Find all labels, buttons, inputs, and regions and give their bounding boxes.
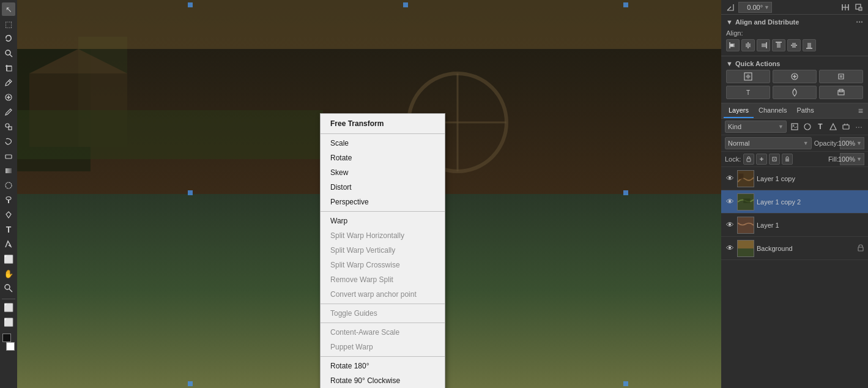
tool-shape[interactable]: ⬜ bbox=[2, 252, 15, 266]
qa-btn-6[interactable] bbox=[819, 86, 863, 99]
tool-quick-select[interactable] bbox=[2, 47, 15, 60]
transform-icon bbox=[853, 2, 864, 13]
layer-visibility-layer1copy2[interactable]: 👁 bbox=[725, 197, 735, 206]
tool-spot-healing[interactable] bbox=[2, 91, 15, 104]
menu-toggle-guides[interactable]: Toggle Guides bbox=[321, 306, 445, 321]
kind-icon-type[interactable]: T bbox=[815, 121, 826, 132]
layer-visibility-layer1[interactable]: 👁 bbox=[725, 220, 735, 229]
qa-btn-3[interactable] bbox=[819, 70, 863, 83]
tab-channels[interactable]: Channels bbox=[754, 103, 792, 118]
tool-text[interactable]: T bbox=[2, 223, 15, 236]
menu-content-aware-scale[interactable]: Content-Aware Scale bbox=[321, 325, 445, 340]
svg-rect-30 bbox=[188, 381, 193, 386]
kind-icon-adjustment[interactable] bbox=[802, 121, 813, 132]
panel-menu-icon[interactable]: ≡ bbox=[856, 103, 866, 118]
kind-icon-image[interactable] bbox=[789, 121, 800, 132]
tab-layers[interactable]: Layers bbox=[724, 103, 754, 118]
tool-gradient[interactable] bbox=[2, 164, 15, 177]
foreground-color-swatch[interactable] bbox=[2, 334, 11, 342]
tool-extra[interactable]: ⬜ bbox=[2, 315, 15, 329]
layer-name-background: Background bbox=[757, 245, 855, 252]
qa-btn-1[interactable] bbox=[726, 70, 770, 83]
tool-rect-marquee2[interactable]: ⬜ bbox=[2, 300, 15, 314]
align-middle-btn[interactable] bbox=[787, 39, 801, 51]
svg-rect-76 bbox=[743, 198, 750, 203]
distribute-icon bbox=[840, 2, 851, 13]
lock-pixels-btn[interactable] bbox=[743, 154, 754, 165]
tool-hand[interactable]: ✋ bbox=[2, 267, 15, 280]
layer-row-layer1copy[interactable]: 👁 Layer 1 copy bbox=[721, 167, 868, 190]
quick-actions-grid: T bbox=[726, 70, 863, 99]
color-swatches[interactable] bbox=[0, 334, 17, 351]
tool-zoom[interactable] bbox=[2, 282, 15, 295]
layer-visibility-layer1copy[interactable]: 👁 bbox=[725, 174, 735, 183]
menu-convert-warp[interactable]: Convert warp anchor point bbox=[321, 287, 445, 302]
menu-warp[interactable]: Warp bbox=[321, 214, 445, 228]
align-bottom-btn[interactable] bbox=[803, 39, 816, 51]
align-section-header: ▼ Align and Distribute ··· bbox=[726, 17, 863, 27]
menu-free-transform[interactable]: Free Transform bbox=[321, 116, 445, 132]
opacity-input[interactable]: 100% ▼ bbox=[840, 137, 864, 149]
layer-row-layer1[interactable]: 👁 Layer 1 bbox=[721, 214, 868, 237]
kind-dropdown[interactable]: Kind ▼ bbox=[725, 121, 787, 133]
lock-icons bbox=[743, 154, 793, 165]
tool-clone-stamp[interactable] bbox=[2, 120, 15, 133]
angle-input[interactable]: 0.00° ▼ bbox=[738, 2, 772, 13]
menu-perspective[interactable]: Perspective bbox=[321, 195, 445, 209]
lock-position-btn[interactable] bbox=[756, 154, 767, 165]
align-center-h-btn[interactable] bbox=[741, 39, 755, 51]
svg-rect-54 bbox=[807, 43, 811, 48]
tool-lasso[interactable] bbox=[2, 32, 15, 45]
align-right-btn[interactable] bbox=[757, 39, 770, 51]
blend-mode-dropdown[interactable]: Normal ▼ bbox=[725, 137, 812, 149]
svg-rect-2 bbox=[7, 66, 12, 71]
align-more-icon[interactable]: ··· bbox=[856, 17, 863, 27]
menu-skew[interactable]: Skew bbox=[321, 165, 445, 180]
kind-icon-smart[interactable] bbox=[840, 121, 851, 132]
tool-brush[interactable] bbox=[2, 105, 15, 119]
menu-scale[interactable]: Scale bbox=[321, 136, 445, 151]
left-toolbar: ↖ ⬚ bbox=[0, 0, 17, 388]
tool-crop[interactable] bbox=[2, 61, 15, 75]
layer-row-layer1copy2[interactable]: 👁 Layer 1 copy 2 bbox=[721, 190, 868, 214]
tool-marquee[interactable]: ⬚ bbox=[2, 17, 15, 31]
tab-paths[interactable]: Paths bbox=[792, 103, 819, 118]
menu-rotate-180[interactable]: Rotate 180° bbox=[321, 359, 445, 373]
kind-more-icon[interactable]: ··· bbox=[853, 121, 864, 132]
qa-btn-4[interactable]: T bbox=[726, 86, 770, 99]
menu-rotate[interactable]: Rotate bbox=[321, 151, 445, 165]
opacity-label: Opacity: bbox=[814, 140, 839, 147]
tool-blur[interactable] bbox=[2, 179, 15, 192]
align-top-btn[interactable] bbox=[772, 39, 785, 51]
context-menu: Free Transform Scale Rotate Skew Distort… bbox=[320, 113, 445, 388]
menu-distort[interactable]: Distort bbox=[321, 180, 445, 195]
menu-split-warp-h[interactable]: Split Warp Horizontally bbox=[321, 228, 445, 243]
quick-actions-section: ▼ Quick Actions bbox=[721, 56, 868, 103]
lock-all-btn[interactable] bbox=[782, 154, 793, 165]
menu-split-warp-v[interactable]: Split Warp Vertically bbox=[321, 243, 445, 258]
svg-rect-25 bbox=[17, 110, 323, 159]
fill-input[interactable]: 100% ▼ bbox=[840, 153, 864, 165]
canvas-area: Free Transform Scale Rotate Skew Distort… bbox=[17, 0, 721, 388]
tool-dodge[interactable] bbox=[2, 193, 15, 207]
layer-row-background[interactable]: 👁 Background bbox=[721, 237, 868, 260]
tool-history-brush[interactable] bbox=[2, 135, 15, 148]
tool-move[interactable]: ↖ bbox=[2, 2, 15, 16]
lock-artboard-btn[interactable] bbox=[769, 154, 780, 165]
tool-pen[interactable] bbox=[2, 208, 15, 222]
menu-puppet-warp[interactable]: Puppet Warp bbox=[321, 340, 445, 354]
kind-icon-shape[interactable] bbox=[828, 121, 839, 132]
layer-visibility-background[interactable]: 👁 bbox=[725, 244, 735, 253]
tool-path-select[interactable] bbox=[2, 237, 15, 251]
tool-eyedropper[interactable] bbox=[2, 76, 15, 89]
menu-remove-warp-split[interactable]: Remove Warp Split bbox=[321, 272, 445, 287]
menu-split-warp-c[interactable]: Split Warp Crosswise bbox=[321, 258, 445, 272]
align-left-btn[interactable] bbox=[726, 39, 740, 51]
menu-rotate-90cw[interactable]: Rotate 90° Clockwise bbox=[321, 373, 445, 388]
layer-thumb-layer1copy bbox=[737, 170, 754, 187]
qa-btn-2[interactable] bbox=[773, 70, 817, 83]
background-color-swatch[interactable] bbox=[6, 342, 15, 351]
qa-btn-5[interactable] bbox=[773, 86, 817, 99]
svg-rect-10 bbox=[6, 168, 12, 173]
tool-eraser[interactable] bbox=[2, 149, 15, 163]
